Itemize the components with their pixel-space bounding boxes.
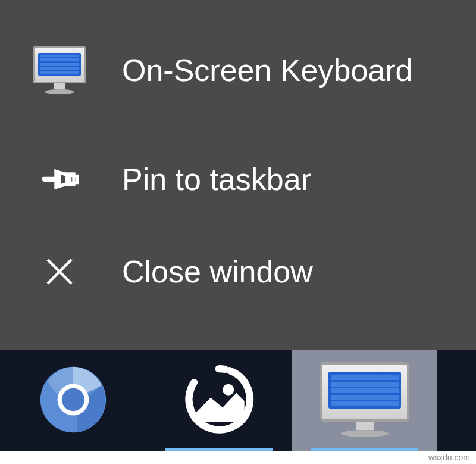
- menu-item-pin-to-taskbar[interactable]: Pin to taskbar: [0, 133, 476, 225]
- pin-icon: [30, 150, 89, 209]
- taskbar-item-on-screen-keyboard[interactable]: [292, 350, 437, 451]
- svg-point-7: [61, 388, 84, 410]
- menu-item-on-screen-keyboard[interactable]: On-Screen Keyboard: [0, 24, 476, 116]
- chromium-icon: [37, 364, 109, 438]
- taskbar: [0, 350, 476, 451]
- menu-separator: [0, 116, 476, 133]
- osk-icon: [30, 41, 89, 100]
- svg-point-8: [223, 384, 234, 396]
- taskbar-item-photos[interactable]: [146, 350, 292, 451]
- osk-icon: [320, 362, 409, 440]
- menu-item-close-window[interactable]: Close window: [0, 225, 476, 317]
- watermark: wsxdn.com: [0, 451, 476, 464]
- menu-item-label: Pin to taskbar: [122, 161, 311, 197]
- taskbar-context-menu: On-Screen Keyboard Pin to taskbar Close …: [0, 0, 476, 350]
- taskbar-item-chromium[interactable]: [0, 350, 146, 451]
- menu-item-label: Close window: [122, 254, 313, 289]
- photos-icon: [178, 359, 259, 442]
- close-icon: [30, 242, 89, 301]
- menu-item-label: On-Screen Keyboard: [122, 52, 413, 88]
